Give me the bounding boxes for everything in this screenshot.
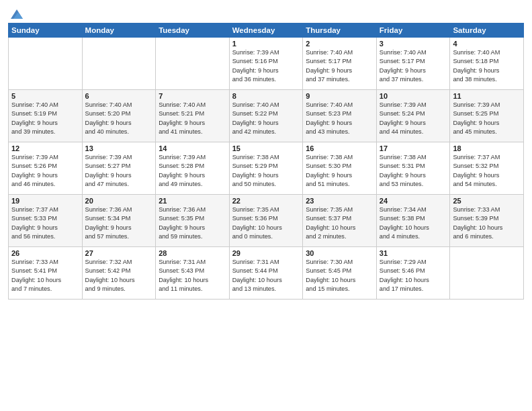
day-info: Sunrise: 7:30 AM Sunset: 5:45 PM Dayligh… xyxy=(306,258,373,293)
day-number: 22 xyxy=(232,197,300,205)
day-number: 28 xyxy=(159,249,226,257)
weekday-header: Wednesday xyxy=(229,24,303,38)
calendar-table: SundayMondayTuesdayWednesdayThursdayFrid… xyxy=(8,23,524,300)
calendar-cell: 12Sunrise: 7:39 AM Sunset: 5:26 PM Dayli… xyxy=(9,142,83,195)
day-info: Sunrise: 7:38 AM Sunset: 5:29 PM Dayligh… xyxy=(232,153,300,189)
day-number: 20 xyxy=(85,197,153,205)
day-info: Sunrise: 7:29 AM Sunset: 5:46 PM Dayligh… xyxy=(380,258,447,293)
calendar-cell: 17Sunrise: 7:38 AM Sunset: 5:31 PM Dayli… xyxy=(376,142,450,195)
day-info: Sunrise: 7:33 AM Sunset: 5:39 PM Dayligh… xyxy=(453,205,521,241)
calendar-cell: 3Sunrise: 7:40 AM Sunset: 5:17 PM Daylig… xyxy=(376,38,450,90)
day-info: Sunrise: 7:32 AM Sunset: 5:42 PM Dayligh… xyxy=(85,258,153,293)
day-info: Sunrise: 7:40 AM Sunset: 5:17 PM Dayligh… xyxy=(306,48,373,84)
calendar-cell: 1Sunrise: 7:39 AM Sunset: 5:16 PM Daylig… xyxy=(229,38,303,90)
calendar-cell: 25Sunrise: 7:33 AM Sunset: 5:39 PM Dayli… xyxy=(450,195,524,247)
day-number: 23 xyxy=(306,197,373,205)
day-info: Sunrise: 7:36 AM Sunset: 5:35 PM Dayligh… xyxy=(159,205,226,241)
day-info: Sunrise: 7:35 AM Sunset: 5:36 PM Dayligh… xyxy=(232,205,300,241)
day-number: 9 xyxy=(306,92,373,100)
day-info: Sunrise: 7:33 AM Sunset: 5:41 PM Dayligh… xyxy=(11,258,79,293)
day-number: 3 xyxy=(380,40,447,48)
day-number: 29 xyxy=(232,249,300,257)
day-info: Sunrise: 7:39 AM Sunset: 5:16 PM Dayligh… xyxy=(232,48,300,84)
day-info: Sunrise: 7:40 AM Sunset: 5:23 PM Dayligh… xyxy=(306,101,373,136)
day-info: Sunrise: 7:40 AM Sunset: 5:22 PM Dayligh… xyxy=(232,101,300,136)
calendar-cell xyxy=(82,38,156,90)
weekday-header: Sunday xyxy=(9,24,83,38)
day-info: Sunrise: 7:34 AM Sunset: 5:38 PM Dayligh… xyxy=(380,205,447,241)
calendar-cell: 24Sunrise: 7:34 AM Sunset: 5:38 PM Dayli… xyxy=(376,195,450,247)
calendar-cell: 6Sunrise: 7:40 AM Sunset: 5:20 PM Daylig… xyxy=(82,90,156,142)
day-info: Sunrise: 7:40 AM Sunset: 5:17 PM Dayligh… xyxy=(380,48,447,84)
day-number: 6 xyxy=(85,92,153,100)
calendar-cell: 10Sunrise: 7:39 AM Sunset: 5:24 PM Dayli… xyxy=(376,90,450,142)
calendar-cell: 11Sunrise: 7:39 AM Sunset: 5:25 PM Dayli… xyxy=(450,90,524,142)
calendar-cell: 31Sunrise: 7:29 AM Sunset: 5:46 PM Dayli… xyxy=(376,247,450,300)
calendar-week-row: 1Sunrise: 7:39 AM Sunset: 5:16 PM Daylig… xyxy=(9,38,524,90)
calendar-cell: 2Sunrise: 7:40 AM Sunset: 5:17 PM Daylig… xyxy=(303,38,377,90)
day-number: 1 xyxy=(232,40,300,48)
calendar-cell: 16Sunrise: 7:38 AM Sunset: 5:30 PM Dayli… xyxy=(303,142,377,195)
calendar-cell: 18Sunrise: 7:37 AM Sunset: 5:32 PM Dayli… xyxy=(450,142,524,195)
calendar-cell: 9Sunrise: 7:40 AM Sunset: 5:23 PM Daylig… xyxy=(303,90,377,142)
day-number: 30 xyxy=(306,249,373,257)
calendar-cell: 14Sunrise: 7:39 AM Sunset: 5:28 PM Dayli… xyxy=(156,142,230,195)
calendar-cell: 26Sunrise: 7:33 AM Sunset: 5:41 PM Dayli… xyxy=(9,247,83,300)
day-number: 14 xyxy=(159,144,226,152)
weekday-header: Monday xyxy=(82,24,156,38)
day-info: Sunrise: 7:40 AM Sunset: 5:20 PM Dayligh… xyxy=(85,101,153,136)
calendar-cell: 4Sunrise: 7:40 AM Sunset: 5:18 PM Daylig… xyxy=(450,38,524,90)
calendar-cell xyxy=(156,38,230,90)
day-info: Sunrise: 7:39 AM Sunset: 5:26 PM Dayligh… xyxy=(11,153,79,189)
day-info: Sunrise: 7:38 AM Sunset: 5:30 PM Dayligh… xyxy=(306,153,373,189)
weekday-header-row: SundayMondayTuesdayWednesdayThursdayFrid… xyxy=(9,24,524,38)
calendar-cell: 28Sunrise: 7:31 AM Sunset: 5:43 PM Dayli… xyxy=(156,247,230,300)
day-number: 2 xyxy=(306,40,373,48)
day-info: Sunrise: 7:39 AM Sunset: 5:28 PM Dayligh… xyxy=(159,153,226,189)
day-info: Sunrise: 7:40 AM Sunset: 5:19 PM Dayligh… xyxy=(11,101,79,136)
day-number: 7 xyxy=(159,92,226,100)
logo-icon xyxy=(9,7,24,21)
calendar-cell: 22Sunrise: 7:35 AM Sunset: 5:36 PM Dayli… xyxy=(229,195,303,247)
calendar-cell: 20Sunrise: 7:36 AM Sunset: 5:34 PM Dayli… xyxy=(82,195,156,247)
day-info: Sunrise: 7:39 AM Sunset: 5:24 PM Dayligh… xyxy=(380,101,447,136)
day-info: Sunrise: 7:40 AM Sunset: 5:18 PM Dayligh… xyxy=(453,48,521,84)
day-info: Sunrise: 7:37 AM Sunset: 5:32 PM Dayligh… xyxy=(453,153,521,189)
calendar-container: SundayMondayTuesdayWednesdayThursdayFrid… xyxy=(0,0,532,411)
calendar-cell: 15Sunrise: 7:38 AM Sunset: 5:29 PM Dayli… xyxy=(229,142,303,195)
day-number: 18 xyxy=(453,144,521,152)
day-number: 10 xyxy=(380,92,447,100)
calendar-week-row: 26Sunrise: 7:33 AM Sunset: 5:41 PM Dayli… xyxy=(9,247,524,300)
calendar-cell: 21Sunrise: 7:36 AM Sunset: 5:35 PM Dayli… xyxy=(156,195,230,247)
calendar-cell: 19Sunrise: 7:37 AM Sunset: 5:33 PM Dayli… xyxy=(9,195,83,247)
day-number: 21 xyxy=(159,197,226,205)
day-number: 26 xyxy=(11,249,79,257)
calendar-cell: 7Sunrise: 7:40 AM Sunset: 5:21 PM Daylig… xyxy=(156,90,230,142)
weekday-header: Saturday xyxy=(450,24,524,38)
day-info: Sunrise: 7:39 AM Sunset: 5:27 PM Dayligh… xyxy=(85,153,153,189)
day-info: Sunrise: 7:31 AM Sunset: 5:43 PM Dayligh… xyxy=(159,258,226,293)
calendar-week-row: 12Sunrise: 7:39 AM Sunset: 5:26 PM Dayli… xyxy=(9,142,524,195)
day-info: Sunrise: 7:31 AM Sunset: 5:44 PM Dayligh… xyxy=(232,258,300,293)
day-number: 4 xyxy=(453,40,521,48)
day-number: 16 xyxy=(306,144,373,152)
day-number: 12 xyxy=(11,144,79,152)
day-number: 5 xyxy=(11,92,79,100)
calendar-cell: 23Sunrise: 7:35 AM Sunset: 5:37 PM Dayli… xyxy=(303,195,377,247)
day-number: 19 xyxy=(11,197,79,205)
logo xyxy=(8,7,24,19)
calendar-cell: 29Sunrise: 7:31 AM Sunset: 5:44 PM Dayli… xyxy=(229,247,303,300)
calendar-cell xyxy=(9,38,83,90)
header xyxy=(8,7,524,19)
day-info: Sunrise: 7:39 AM Sunset: 5:25 PM Dayligh… xyxy=(453,101,521,136)
day-info: Sunrise: 7:40 AM Sunset: 5:21 PM Dayligh… xyxy=(159,101,226,136)
weekday-header: Friday xyxy=(376,24,450,38)
day-number: 25 xyxy=(453,197,521,205)
calendar-cell: 30Sunrise: 7:30 AM Sunset: 5:45 PM Dayli… xyxy=(303,247,377,300)
weekday-header: Tuesday xyxy=(156,24,230,38)
calendar-cell xyxy=(450,247,524,300)
calendar-week-row: 19Sunrise: 7:37 AM Sunset: 5:33 PM Dayli… xyxy=(9,195,524,247)
day-info: Sunrise: 7:38 AM Sunset: 5:31 PM Dayligh… xyxy=(380,153,447,189)
day-number: 13 xyxy=(85,144,153,152)
weekday-header: Thursday xyxy=(303,24,377,38)
